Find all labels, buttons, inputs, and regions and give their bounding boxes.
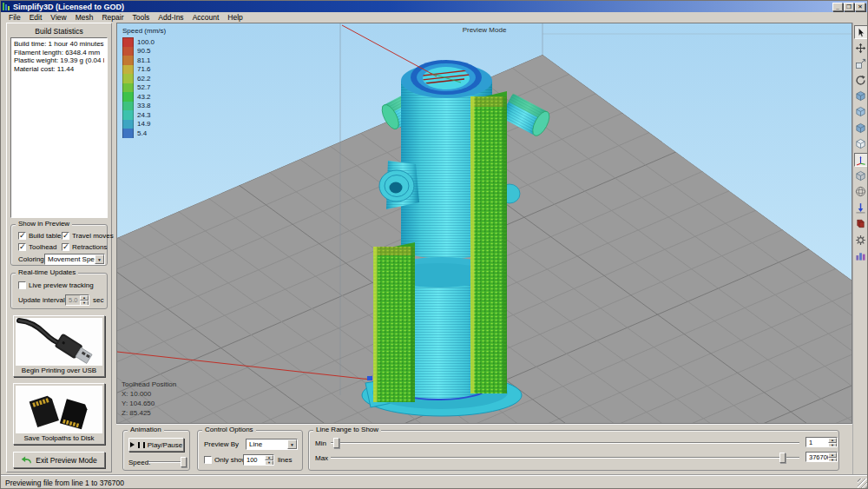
show-axes-icon[interactable] (854, 153, 868, 167)
checkbox-box[interactable] (62, 232, 69, 240)
perspective-toggle-icon[interactable] (854, 169, 868, 183)
speed-slider[interactable] (148, 457, 187, 467)
min-line-slider[interactable] (331, 438, 799, 448)
legend-entry: 24.3 (122, 110, 166, 120)
spinner-arrows[interactable]: ▲▼ (828, 453, 837, 461)
machine-control-icon[interactable] (854, 233, 868, 247)
checkbox-box[interactable] (18, 243, 26, 251)
play-pause-button[interactable]: Play/Pause (128, 438, 184, 452)
title-bar[interactable]: Simplify3D (Licensed to GOD) _ ❐ ✕ (1, 1, 867, 12)
app-logo-icon (3, 3, 10, 10)
view-top-icon[interactable] (854, 105, 868, 119)
checkbox-box[interactable] (204, 456, 212, 464)
menu-repair[interactable]: Repair (97, 13, 128, 23)
usb-cable-image (16, 318, 102, 366)
pause-icon (138, 442, 140, 448)
rotate-view-icon[interactable] (854, 73, 868, 87)
menu-mesh[interactable]: Mesh (71, 13, 98, 23)
checkbox-box[interactable] (18, 232, 26, 240)
view-front-icon[interactable] (854, 121, 868, 135)
cross-section-icon[interactable] (854, 201, 868, 215)
live-preview-tracking-checkbox[interactable]: Live preview tracking (18, 281, 94, 289)
checkbox-travel-moves[interactable]: Travel moves (62, 232, 114, 240)
stat-filament-length: Filament length: 6348.4 mm (14, 49, 104, 57)
play-pause-label: Play/Pause (148, 441, 182, 449)
menu-addins[interactable]: Add-Ins (154, 13, 187, 23)
chevron-down-icon[interactable]: ▼ (95, 254, 104, 264)
legend-swatch (122, 110, 134, 120)
animation-title: Animation (128, 426, 164, 434)
legend-swatch (122, 129, 134, 138)
begin-printing-usb-button[interactable]: Begin Printing over USB (13, 315, 105, 377)
legend-entry: 81.1 (122, 56, 166, 65)
exit-preview-mode-label: Exit Preview Mode (36, 456, 96, 465)
legend-entry: 71.6 (122, 65, 166, 75)
pan-view-icon[interactable] (854, 41, 868, 55)
wireframe-view-icon[interactable] (854, 185, 868, 199)
min-line-spinner[interactable]: 1 ▲▼ (806, 437, 838, 447)
toolhead-position-title: Toolhead Position (122, 380, 176, 389)
max-line-spinner[interactable]: 376700 ▲▼ (806, 452, 838, 462)
scale-view-icon[interactable] (854, 57, 868, 71)
slider-handle[interactable] (181, 457, 187, 467)
coloring-dropdown[interactable]: Movement Speed ▼ (44, 254, 105, 265)
menu-account[interactable]: Account (188, 13, 224, 23)
minimize-button[interactable]: _ (832, 3, 843, 11)
toolhead-y: Y: 104.650 (122, 399, 176, 408)
checkbox-retractions[interactable]: Retractions (62, 243, 107, 251)
update-interval-spinner[interactable]: 5.0 ▲▼ (65, 294, 89, 306)
lines-count-spinner[interactable]: 100 ▲▼ (243, 454, 274, 466)
checkbox-toolhead[interactable]: Toolhead (18, 243, 56, 251)
legend-value: 33.8 (134, 102, 151, 109)
menu-edit[interactable]: Edit (25, 13, 47, 23)
spinner-arrows[interactable]: ▲▼ (80, 295, 89, 305)
checkbox-build-table[interactable]: Build table (18, 232, 61, 240)
simplify3d-window: Simplify3D (Licensed to GOD) _ ❐ ✕ FileE… (0, 0, 868, 489)
build-statistics-box: Build time: 1 hour 40 minutes Filament l… (10, 37, 108, 218)
menu-file[interactable]: File (4, 13, 25, 23)
checkbox-label: Retractions (69, 243, 107, 251)
min-label: Min (315, 439, 326, 448)
restore-button[interactable]: ❐ (844, 3, 854, 11)
legend-value: 5.4 (134, 129, 147, 137)
menu-tools[interactable]: Tools (128, 13, 154, 23)
exit-preview-mode-button[interactable]: Exit Preview Mode (13, 452, 105, 468)
menu-view[interactable]: View (46, 13, 70, 23)
viewport-3d[interactable]: Preview Mode Speed (mm/s) 100.090.581.17… (116, 23, 852, 424)
legend-value: 90.5 (134, 47, 151, 55)
sidebar-panel: Build Statistics Build time: 1 hour 40 m… (6, 23, 112, 472)
legend-swatch (122, 120, 134, 129)
max-line-slider[interactable] (331, 453, 799, 463)
legend-entry: 5.4 (122, 129, 166, 138)
view-side-icon[interactable] (854, 137, 868, 151)
legend-entry: 90.5 (122, 47, 166, 56)
save-toolpaths-button[interactable]: Save Toolpaths to Disk (13, 383, 105, 445)
legend-swatch (122, 92, 134, 102)
slider-handle[interactable] (333, 438, 339, 448)
select-cursor-icon[interactable] (854, 25, 868, 39)
resize-grip[interactable] (858, 479, 868, 489)
view-default-icon[interactable] (854, 89, 868, 103)
legend-entry: 33.8 (122, 102, 166, 111)
only-show-checkbox[interactable]: Only show (204, 456, 247, 464)
spinner-arrows[interactable]: ▲▼ (828, 438, 837, 446)
slider-handle[interactable] (779, 453, 786, 463)
checkbox-label: Live preview tracking (26, 281, 94, 289)
legend-swatch (122, 102, 134, 111)
spinner-arrows[interactable]: ▲▼ (265, 455, 273, 465)
solid-view-icon[interactable] (854, 217, 868, 231)
menu-help[interactable]: Help (223, 13, 247, 23)
preview-by-dropdown[interactable]: Line ▼ (246, 439, 298, 450)
animation-group: Animation Play/Pause Speed: (122, 430, 190, 471)
status-text: Previewing file from line 1 to 376700 (5, 479, 124, 487)
checkbox-box[interactable] (18, 281, 26, 289)
legend-value: 62.2 (134, 75, 151, 83)
close-button[interactable]: ✕ (855, 3, 865, 11)
legend-entry: 43.2 (122, 92, 166, 102)
toolhead-x: X: 10.000 (122, 389, 176, 399)
save-toolpaths-label: Save Toolpaths to Disk (14, 433, 104, 444)
checkbox-box[interactable] (62, 243, 69, 251)
checkbox-label: Travel moves (69, 232, 114, 240)
print-statistics-icon[interactable] (854, 248, 868, 262)
chevron-down-icon[interactable]: ▼ (287, 439, 297, 449)
